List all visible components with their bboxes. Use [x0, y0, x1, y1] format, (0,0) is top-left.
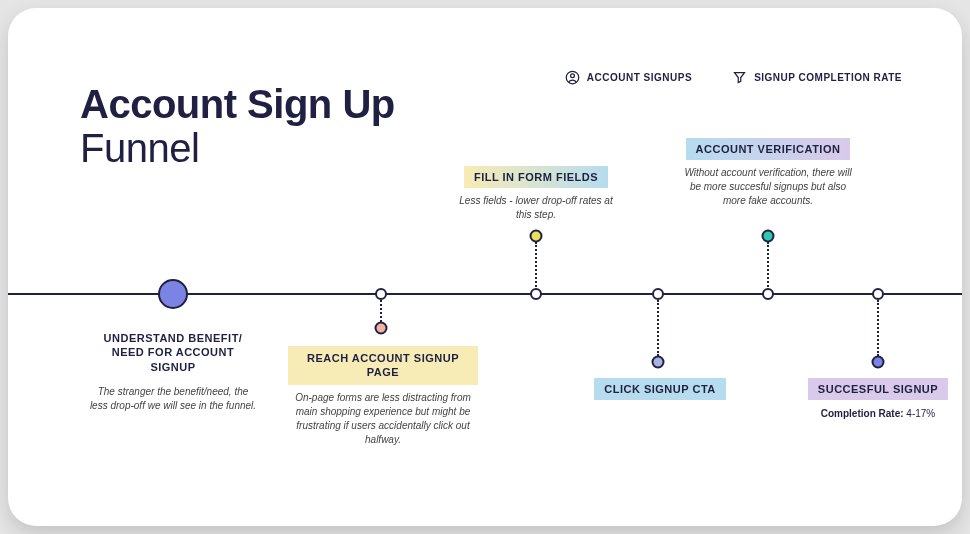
step-3-axis-dot	[530, 288, 542, 300]
step-6: SUCCESFUL SIGNUP Completion Rate: 4-17%	[793, 378, 962, 419]
step-5-axis-dot	[762, 288, 774, 300]
legend-label: ACCOUNT SIGNUPS	[587, 72, 692, 83]
step-1-label: UNDERSTAND BENEFIT/ NEED FOR ACCOUNT SIG…	[83, 326, 263, 379]
step-3-dot	[530, 230, 543, 243]
step-1: UNDERSTAND BENEFIT/ NEED FOR ACCOUNT SIG…	[83, 326, 263, 413]
step-2-dashed	[380, 300, 382, 322]
step-2-label: REACH ACCOUNT SIGNUP PAGE	[288, 346, 478, 385]
step-4-dashed	[657, 300, 659, 356]
step-6-dot	[872, 356, 885, 369]
step-5-dashed	[767, 242, 769, 287]
title-sub: Funnel	[80, 126, 395, 170]
step-5-dot	[762, 230, 775, 243]
funnel-icon	[732, 70, 747, 85]
step-6-label: SUCCESFUL SIGNUP	[808, 378, 948, 400]
legend-label: SIGNUP COMPLETION RATE	[754, 72, 902, 83]
step-1-desc: The stranger the benefit/need, the less …	[88, 385, 258, 413]
legend: ACCOUNT SIGNUPS SIGNUP COMPLETION RATE	[565, 70, 902, 85]
step-2: REACH ACCOUNT SIGNUP PAGE On-page forms …	[288, 346, 478, 447]
diagram-card: ACCOUNT SIGNUPS SIGNUP COMPLETION RATE A…	[8, 8, 962, 526]
legend-completion-rate: SIGNUP COMPLETION RATE	[732, 70, 902, 85]
step-4-dot	[652, 356, 665, 369]
title-main: Account Sign Up	[80, 82, 395, 126]
step-4: CLICK SIGNUP CTA	[575, 378, 745, 400]
step-5-desc: Without account verification, there will…	[683, 166, 853, 208]
step-6-dashed	[877, 300, 879, 356]
step-2-dot	[375, 322, 388, 335]
step-2-axis-dot	[375, 288, 387, 300]
title-block: Account Sign Up Funnel	[80, 82, 395, 170]
step-6-completion: Completion Rate: 4-17%	[793, 408, 962, 419]
step-4-axis-dot	[652, 288, 664, 300]
legend-account-signups: ACCOUNT SIGNUPS	[565, 70, 692, 85]
step-4-label: CLICK SIGNUP CTA	[594, 378, 726, 400]
step-5-label: ACCOUNT VERIFICATION	[686, 138, 851, 160]
completion-rate-value: 4-17%	[906, 408, 935, 419]
step-3-label: FILL IN FORM FIELDS	[464, 166, 608, 188]
step-3: FILL IN FORM FIELDS Less fields - lower …	[451, 166, 621, 222]
svg-point-1	[570, 74, 574, 78]
step-3-dashed	[535, 242, 537, 287]
step-2-desc: On-page forms are less distracting from …	[293, 391, 473, 447]
timeline-line	[8, 293, 962, 295]
step-1-dot	[158, 279, 188, 309]
step-6-axis-dot	[872, 288, 884, 300]
step-5: ACCOUNT VERIFICATION Without account ver…	[673, 138, 863, 208]
user-circle-icon	[565, 70, 580, 85]
completion-rate-label: Completion Rate:	[821, 408, 904, 419]
step-3-desc: Less fields - lower drop-off rates at th…	[456, 194, 616, 222]
